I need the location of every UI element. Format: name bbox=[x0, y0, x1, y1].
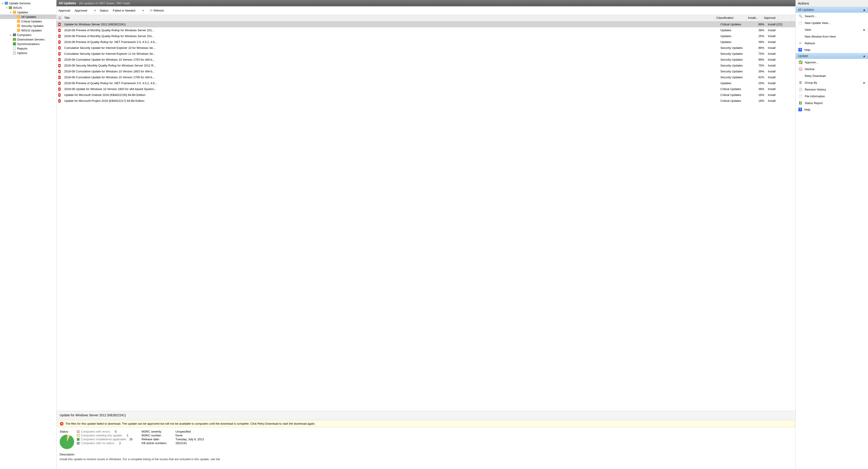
action-help-2[interactable]: ? Help bbox=[796, 106, 868, 113]
tree-security-updates[interactable]: Security Updates bbox=[0, 24, 56, 28]
row-classification: Security Updates bbox=[719, 69, 750, 74]
row-classification: Security Updates bbox=[719, 46, 750, 50]
action-decline[interactable]: 🚫 Decline bbox=[796, 66, 868, 72]
legend-swatch-errors bbox=[77, 430, 80, 433]
action-search[interactable]: 🔍 Search... bbox=[796, 13, 868, 20]
action-revision-history[interactable]: 🕑 Revision History bbox=[796, 86, 868, 93]
table-row[interactable]: 2018-06 Preview of Quality Rollup for .N… bbox=[57, 39, 796, 45]
tree-all-updates[interactable]: All Updates bbox=[0, 14, 56, 19]
action-help[interactable]: ? Help bbox=[796, 47, 868, 53]
row-status-icon bbox=[57, 40, 62, 44]
table-row[interactable]: 2018-06 Preview of Monthly Quality Rollu… bbox=[57, 33, 796, 39]
row-install-pct: 36% bbox=[750, 87, 766, 91]
action-approve[interactable]: ✅ Approve... bbox=[796, 59, 868, 66]
refresh-icon: ⟳ bbox=[798, 41, 802, 45]
row-status-icon bbox=[57, 75, 62, 80]
expander-icon[interactable]: ▾ bbox=[9, 11, 12, 14]
tree-root[interactable]: ▾ Update Services bbox=[0, 1, 56, 5]
tree-reports[interactable]: Reports bbox=[0, 46, 56, 51]
table-row[interactable]: 2018-06 Security Monthly Quality Rollup … bbox=[57, 63, 796, 68]
row-classification: Updates bbox=[719, 81, 750, 85]
row-classification: Critical Updates bbox=[719, 22, 750, 27]
server-icon bbox=[8, 6, 12, 9]
status-label: Status: bbox=[60, 430, 74, 433]
tree-label: Security Updates bbox=[21, 24, 43, 28]
expander-icon[interactable]: ▾ bbox=[5, 6, 8, 9]
expander-icon[interactable]: ▸ bbox=[9, 33, 12, 36]
updates-icon bbox=[17, 15, 20, 19]
col-status-icon[interactable]: ⓘ bbox=[57, 15, 62, 21]
chevron-down-icon: ▼ bbox=[94, 9, 96, 12]
content-header: All Updates (44 updates of 7857 shown, 7… bbox=[57, 0, 796, 6]
action-new-window[interactable]: New Window from Here bbox=[796, 33, 868, 40]
tree-wsus-updates[interactable]: WSUS Updates bbox=[0, 28, 56, 33]
table-row[interactable]: 2018-06 Cumulative Update for Windows 10… bbox=[57, 68, 796, 75]
action-file-info[interactable]: 📄 File Information bbox=[796, 93, 868, 99]
col-title[interactable]: Title bbox=[62, 15, 715, 21]
actions-section-update[interactable]: Update ▲ bbox=[796, 53, 868, 59]
action-view[interactable]: View ▶ bbox=[796, 26, 868, 33]
row-title: 2018-06 Preview of Monthly Quality Rollu… bbox=[62, 34, 719, 38]
table-row[interactable]: Update for Microsoft Project 2016 (KB402… bbox=[57, 98, 796, 104]
status-dropdown[interactable]: Failed or Needed ▼ bbox=[111, 8, 146, 13]
selected-update-title: Update for Windows Server 2012 (KB282224… bbox=[57, 411, 796, 419]
expander-icon[interactable]: ▾ bbox=[1, 2, 4, 5]
tree-computers[interactable]: ▸ Computers bbox=[0, 33, 56, 37]
updates-grid[interactable]: Update for Windows Server 2012 (KB282224… bbox=[57, 22, 796, 411]
table-row[interactable]: 2018-06 Preview of Monthly Quality Rollu… bbox=[57, 27, 796, 33]
row-status-icon bbox=[57, 81, 62, 85]
row-approval: Install bbox=[766, 34, 796, 38]
actions-section-all-updates[interactable]: All Updates ▲ bbox=[796, 7, 868, 13]
tree-updates[interactable]: ▾ Updates bbox=[0, 10, 56, 14]
tree-sync[interactable]: Synchronizations bbox=[0, 41, 56, 46]
grid-header: ⓘ Title Classification Install... Approv… bbox=[57, 15, 796, 22]
row-install-pct: 18% bbox=[750, 99, 766, 103]
page-subtitle: (44 updates of 7857 shown, 7857 total) bbox=[79, 2, 130, 5]
row-classification: Updates bbox=[719, 28, 750, 32]
report-icon: 📗 bbox=[798, 101, 802, 105]
row-classification: Security Updates bbox=[719, 52, 750, 56]
tree-critical-updates[interactable]: Critical Updates bbox=[0, 19, 56, 24]
server-icon bbox=[4, 1, 8, 5]
col-classification[interactable]: Classification bbox=[715, 15, 746, 21]
table-row[interactable]: 2018-06 Cumulative Update for Windows 10… bbox=[57, 57, 796, 63]
downstream-icon bbox=[13, 37, 16, 41]
approval-dropdown[interactable]: Approved ▼ bbox=[72, 8, 98, 13]
update-metadata: MSRC severity:Unspecified MSRC number:No… bbox=[142, 430, 204, 449]
table-row[interactable]: 2018-06 Update for Windows 10 Version 18… bbox=[57, 86, 796, 92]
row-title: Update for Microsoft Outlook 2016 (KB402… bbox=[62, 93, 719, 97]
tree-label: All Updates bbox=[21, 15, 36, 19]
file-icon: 📄 bbox=[798, 94, 802, 98]
tree-options[interactable]: Options bbox=[0, 51, 56, 55]
table-row[interactable]: Update for Microsoft Outlook 2016 (KB402… bbox=[57, 92, 796, 98]
col-installed[interactable]: Install... bbox=[746, 15, 762, 21]
action-retry-download[interactable]: Retry Download bbox=[796, 72, 868, 79]
tree-label: Synchronizations bbox=[17, 42, 39, 46]
col-approval[interactable]: Approval bbox=[762, 15, 792, 21]
tree-label: WSUS Updates bbox=[21, 29, 42, 32]
table-row[interactable]: 2018-06 Preview of Quality Rollup for .N… bbox=[57, 80, 796, 86]
row-approval: Install bbox=[766, 63, 796, 68]
row-title: Update for Windows Server 2012 (KB282224… bbox=[62, 22, 719, 27]
action-new-view[interactable]: 📄 New Update View... bbox=[796, 20, 868, 26]
action-group-by[interactable]: ☰ Group By ▶ bbox=[796, 79, 868, 86]
decline-icon: 🚫 bbox=[798, 67, 802, 71]
updates-icon bbox=[17, 29, 20, 32]
tree-label: Options bbox=[17, 51, 27, 55]
refresh-button[interactable]: ⟳ Refresh bbox=[148, 8, 166, 13]
row-status-icon bbox=[57, 34, 62, 38]
table-row[interactable]: Update for Windows Server 2012 (KB282224… bbox=[57, 22, 796, 27]
tree-downstream[interactable]: Downstream Servers bbox=[0, 37, 56, 41]
table-row[interactable]: 2018-06 Cumulative Update for Windows 10… bbox=[57, 75, 796, 80]
row-approval: Install bbox=[766, 52, 796, 56]
tree-label: Critical Updates bbox=[21, 20, 42, 23]
detail-pane[interactable]: ✕ The files for this update failed to do… bbox=[57, 419, 796, 469]
row-install-pct: 82% bbox=[750, 75, 766, 80]
action-refresh[interactable]: ⟳ Refresh bbox=[796, 40, 868, 47]
table-row[interactable]: Cumulative Security Update for Internet … bbox=[57, 51, 796, 57]
tree-wsus[interactable]: ▾ WSUS bbox=[0, 5, 56, 10]
action-status-report[interactable]: 📗 Status Report bbox=[796, 99, 868, 106]
status-pie-chart bbox=[60, 435, 74, 449]
table-row[interactable]: Cumulative Security Update for Internet … bbox=[57, 45, 796, 51]
tree-label: WSUS bbox=[13, 6, 22, 9]
